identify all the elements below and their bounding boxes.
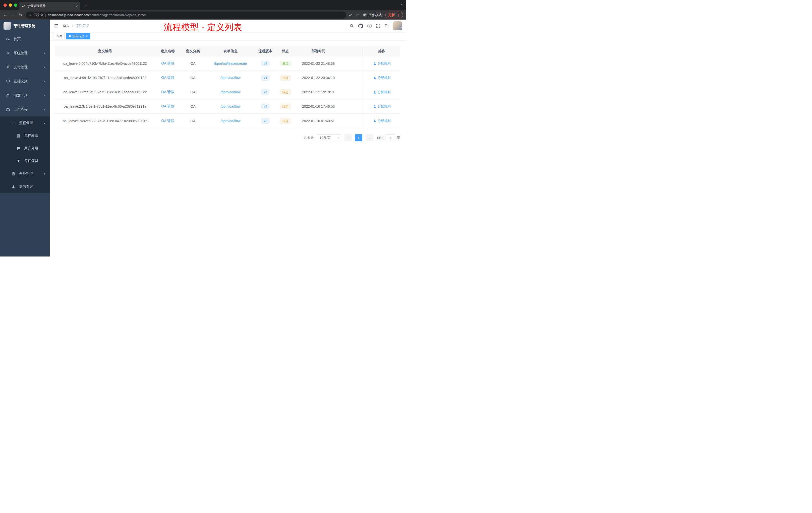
fullscreen-icon[interactable] (376, 24, 380, 28)
header-deploy-time: 部署时间 (295, 49, 342, 54)
prev-page-button[interactable]: ‹ (345, 134, 352, 141)
breadcrumb-separator: / (72, 24, 73, 28)
tag-close-icon[interactable]: × (86, 35, 88, 38)
tag-home[interactable]: 首页 (54, 33, 65, 39)
cell-category: OA (180, 104, 206, 109)
tab-close-icon[interactable]: × (76, 4, 78, 8)
tab-search-icon[interactable]: ▾ (401, 3, 403, 6)
assign-rule-button[interactable]: 分配规则 (373, 90, 391, 94)
form-link[interactable]: /bpm/oa/flow (221, 90, 240, 94)
cell-deploy-time: 2022-01-22 21:48:38 (295, 61, 342, 65)
definition-name-link[interactable]: OA 请假 (161, 119, 174, 123)
security-label: 不安全 (34, 13, 44, 17)
workflow-submenu: 流程管理 ▴ 流程表单 用户分组 (0, 117, 50, 193)
table-row: oa_leave:3:1fad3d93-7b75-11ec-a3c8-acde4… (55, 85, 400, 99)
cell-definition-id: oa_leave:4:991f2193-7b7f-11ec-a3c8-acde4… (55, 76, 155, 80)
sidebar-item-system[interactable]: 系统管理 ▾ (0, 46, 50, 60)
form-link[interactable]: /bpm/oa/flow (221, 119, 240, 123)
sidebar-item-process-form[interactable]: 流程表单 (0, 129, 50, 142)
bookmark-star-icon[interactable]: ☆ (355, 12, 359, 17)
address-bar[interactable]: ⚠ 不安全 | dashboard.yudao.iocoder.cn/bpm/m… (26, 11, 346, 19)
sidebar-item-label: 支付管理 (13, 65, 28, 69)
assign-rule-button[interactable]: 分配规则 (373, 119, 391, 123)
browser-tab-strip: 芋道管理系统 × + ▾ (0, 0, 406, 10)
cell-definition-id: oa_leave:1:482ec033-762a-11ec-8477-a2380… (55, 119, 155, 123)
definition-name-link[interactable]: OA 请假 (161, 61, 174, 65)
font-size-icon[interactable]: TT (385, 24, 389, 28)
definition-name-link[interactable]: OA 请假 (161, 90, 174, 94)
back-button[interactable]: ← (3, 13, 8, 17)
form-link[interactable]: /bpm/oa/flow (221, 76, 240, 80)
breadcrumb-home[interactable]: 首页 (63, 24, 70, 28)
next-page-button[interactable]: › (366, 134, 373, 141)
github-icon[interactable] (358, 24, 363, 28)
avatar-caret-icon[interactable]: ▾ (401, 26, 402, 30)
goto-page-input[interactable]: 1 (385, 134, 395, 141)
dashboard-icon (5, 37, 10, 41)
chrome-update-button[interactable]: 更新 ⋮ (385, 12, 403, 18)
cell-deploy-time: 2022-01-22 19:19:11 (295, 90, 342, 94)
sidebar-item-infrastructure[interactable]: 基础设施 ▾ (0, 74, 50, 88)
goto-unit: 页 (397, 135, 400, 140)
sidebar-item-process-model[interactable]: 流程模型 (0, 155, 50, 167)
chevron-up-icon: ▴ (44, 108, 45, 111)
form-link[interactable]: /bpm/oa/flow (221, 104, 240, 109)
app-logo-row[interactable]: 芋道管理系统 (0, 20, 50, 32)
sidebar-item-label: 任务管理 (19, 172, 33, 176)
help-icon[interactable]: ? (367, 24, 372, 28)
security-warning-icon: ⚠ (29, 13, 32, 17)
sidebar-item-label: 流程模型 (24, 159, 38, 163)
url-host: dashboard.yudao.iocoder.cn (48, 13, 89, 17)
person-icon (373, 62, 376, 65)
close-window-button[interactable] (3, 3, 7, 7)
sidebar-item-user-group[interactable]: 用户分组 (0, 142, 50, 155)
assign-rule-button[interactable]: 分配规则 (373, 104, 391, 109)
browser-tab[interactable]: 芋道管理系统 × (19, 2, 80, 10)
app-root: 芋道管理系统 首页 系统管理 ▾ ¥ 支付管理 ▾ (0, 20, 406, 256)
version-tag: v4 (261, 75, 270, 81)
page-size-select[interactable]: 10条/页 ▾ (317, 134, 341, 141)
new-tab-button[interactable]: + (83, 3, 89, 9)
browser-menu-icon[interactable]: ⋮ (397, 13, 400, 17)
sidebar-item-label: 基础设施 (13, 79, 28, 84)
version-tag: v3 (261, 89, 270, 95)
cell-deploy-time: 2022-01-16 01:40:51 (295, 119, 342, 123)
hamburger-icon[interactable] (54, 23, 59, 28)
gear-icon (5, 51, 10, 56)
forward-button[interactable]: → (10, 13, 16, 17)
definition-name-link[interactable]: OA 请假 (161, 104, 174, 108)
sidebar-item-task-management[interactable]: 任务管理 ▾ (0, 167, 50, 180)
clipboard-icon (11, 172, 16, 176)
app-logo-image (3, 22, 11, 30)
breadcrumb-current: 流程定义 (75, 24, 89, 28)
navbar-actions: ? TT ▾ (349, 21, 402, 30)
sidebar-item-process-management[interactable]: 流程管理 ▴ (0, 117, 50, 129)
status-tag: 挂起 (280, 75, 291, 81)
form-link[interactable]: /bpm/oa/leave/create (214, 61, 247, 65)
tag-process-definition[interactable]: 流程定义 × (66, 33, 90, 39)
address-divider: | (45, 13, 46, 17)
definition-table: 定义编号 定义名称 定义分类 表单信息 流程版本 状态 部署时间 操作 oa_l… (55, 46, 400, 128)
search-icon[interactable] (349, 24, 354, 28)
sidebar-item-workflow[interactable]: 工作流程 ▴ (0, 102, 50, 117)
sidebar-item-devtools[interactable]: 研发工具 ▾ (0, 88, 50, 102)
password-key-icon[interactable] (349, 13, 353, 17)
update-label: 更新 (388, 13, 395, 17)
chevron-down-icon: ▾ (44, 66, 45, 69)
assign-rule-button[interactable]: 分配规则 (373, 76, 391, 80)
sidebar-item-home[interactable]: 首页 (0, 32, 50, 46)
definition-name-link[interactable]: OA 请假 (161, 76, 174, 80)
version-tag: v1 (261, 118, 270, 124)
sidebar-item-label: 研发工具 (13, 93, 28, 98)
sidebar-item-label: 用户分组 (24, 146, 38, 151)
table-row: oa_leave:4:991f2193-7b7f-11ec-a3c8-acde4… (55, 71, 400, 85)
zoom-window-button[interactable] (14, 3, 17, 7)
assign-rule-button[interactable]: 分配规则 (373, 61, 391, 66)
minimize-window-button[interactable] (9, 3, 12, 7)
page-number-button[interactable]: 1 (355, 134, 362, 141)
reload-button[interactable]: ↻ (18, 12, 23, 17)
sidebar-item-label: 流程管理 (19, 121, 33, 125)
sidebar-item-payment[interactable]: ¥ 支付管理 ▾ (0, 60, 50, 74)
sidebar-item-leave-query[interactable]: 请假查询 (0, 180, 50, 193)
document-icon (16, 133, 21, 138)
